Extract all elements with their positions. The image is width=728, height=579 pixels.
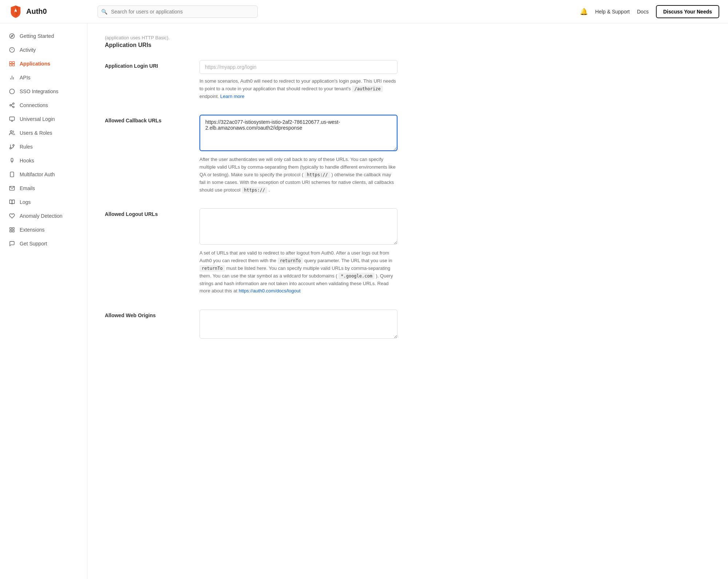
sidebar-label-logs: Logs (20, 199, 31, 205)
sidebar-item-get-support[interactable]: Get Support (0, 237, 87, 251)
svg-rect-33 (12, 230, 14, 232)
svg-rect-6 (9, 62, 11, 63)
page-layout: Getting Started Activity Applications AP… (0, 23, 728, 366)
sidebar-label-rules: Rules (20, 144, 33, 150)
sidebar-label-sso: SSO Integrations (20, 88, 59, 94)
help-logout-urls: A set of URLs that are valid to redirect… (199, 249, 397, 295)
svg-point-16 (13, 106, 14, 108)
svg-rect-9 (12, 64, 14, 66)
label-allowed-logout-urls: Allowed Logout URLs (105, 211, 158, 217)
auth0-logo-icon (9, 5, 23, 19)
svg-point-22 (10, 131, 12, 133)
sidebar-item-hooks[interactable]: Hooks (0, 154, 87, 168)
label-allowed-web-origins: Allowed Web Origins (105, 312, 156, 318)
sidebar-item-sso-integrations[interactable]: SSO Integrations (0, 84, 87, 98)
sidebar-label-applications: Applications (20, 61, 50, 67)
sidebar-label-extensions: Extensions (20, 227, 44, 233)
learn-more-link[interactable]: Learn more (220, 94, 244, 99)
logo-text: Auth0 (26, 7, 47, 16)
search-input[interactable] (98, 5, 258, 18)
notification-bell-icon[interactable]: 🔔 (580, 8, 588, 16)
sidebar-item-getting-started[interactable]: Getting Started (0, 29, 87, 43)
sidebar-label-universal-login: Universal Login (20, 116, 55, 122)
svg-line-17 (11, 106, 13, 107)
apis-icon (9, 74, 15, 81)
sidebar-item-multifactor-auth[interactable]: Multifactor Auth (0, 168, 87, 181)
sidebar-label-users-roles: Users & Roles (20, 130, 52, 136)
universal-login-icon (9, 116, 15, 122)
connections-icon (9, 102, 15, 109)
sidebar-label-connections: Connections (20, 102, 48, 108)
svg-rect-19 (9, 117, 14, 120)
form-row-callback-urls: Allowed Callback URLs https://322ac077-i… (105, 115, 397, 194)
sidebar-label-multifactor: Multifactor Auth (20, 172, 55, 177)
help-support-link[interactable]: Help & Support (595, 9, 630, 15)
svg-rect-30 (10, 228, 12, 229)
sidebar: Getting Started Activity Applications AP… (0, 23, 87, 366)
svg-point-1 (9, 34, 14, 38)
section-heading: Application URIs (105, 42, 397, 48)
allowed-web-origins-input[interactable] (199, 310, 397, 339)
svg-rect-8 (9, 64, 11, 66)
sidebar-item-emails[interactable]: Emails (0, 181, 87, 195)
sidebar-label-get-support: Get Support (20, 241, 47, 247)
form-row-login-uri: Application Login URI In some scenarios,… (105, 60, 397, 100)
sso-icon (9, 88, 15, 95)
sidebar-label-hooks: Hooks (20, 158, 34, 164)
anomaly-icon (9, 213, 15, 219)
sidebar-item-activity[interactable]: Activity (0, 43, 87, 57)
svg-point-14 (13, 103, 14, 104)
sidebar-label-emails: Emails (20, 185, 35, 191)
sidebar-label-activity: Activity (20, 47, 36, 53)
label-application-login-uri: Application Login URI (105, 63, 158, 69)
header: Auth0 🔍 🔔 Help & Support Docs Discuss Yo… (0, 0, 728, 23)
search-bar: 🔍 (98, 5, 258, 18)
sidebar-item-extensions[interactable]: Extensions (0, 223, 87, 237)
form-row-web-origins: Allowed Web Origins (105, 310, 397, 340)
sidebar-item-anomaly-detection[interactable]: Anomaly Detection (0, 209, 87, 223)
extensions-icon (9, 227, 15, 233)
main-content: (application uses HTTP Basic). Applicati… (87, 23, 415, 366)
sidebar-item-users-roles[interactable]: Users & Roles (0, 126, 87, 140)
sidebar-item-universal-login[interactable]: Universal Login (0, 112, 87, 126)
users-icon (9, 130, 15, 136)
discuss-needs-button[interactable]: Discuss Your Needs (656, 5, 719, 18)
svg-marker-2 (11, 35, 13, 37)
help-callback-urls: After the user authenticates we will onl… (199, 156, 397, 194)
allowed-callback-urls-input[interactable]: https://322ac077-istiosystem-istio-2af2-… (199, 115, 397, 151)
sidebar-label-anomaly: Anomaly Detection (20, 213, 63, 219)
docs-link[interactable]: Docs (637, 9, 649, 15)
sidebar-item-apis[interactable]: APIs (0, 71, 87, 84)
label-allowed-callback-urls: Allowed Callback URLs (105, 118, 162, 123)
allowed-logout-urls-input[interactable] (199, 208, 397, 245)
multifactor-icon (9, 171, 15, 178)
header-right: 🔔 Help & Support Docs Discuss Your Needs (580, 5, 719, 18)
sidebar-item-applications[interactable]: Applications (0, 57, 87, 71)
logout-docs-link[interactable]: https://auth0.com/docs/logout (239, 288, 301, 294)
svg-rect-32 (10, 230, 12, 232)
applications-icon (9, 60, 15, 67)
sidebar-label-getting-started: Getting Started (20, 33, 54, 39)
sidebar-item-logs[interactable]: Logs (0, 195, 87, 209)
sidebar-item-rules[interactable]: Rules (0, 140, 87, 154)
form-row-logout-urls: Allowed Logout URLs A set of URLs that a… (105, 208, 397, 295)
svg-point-25 (10, 147, 11, 149)
logs-icon (9, 199, 15, 205)
hooks-icon (9, 157, 15, 164)
svg-rect-31 (12, 228, 14, 229)
activity-icon (9, 47, 15, 53)
svg-rect-7 (12, 62, 14, 63)
sidebar-item-connections[interactable]: Connections (0, 98, 87, 112)
application-login-uri-input[interactable] (199, 60, 397, 74)
svg-line-18 (11, 104, 13, 105)
logo-area: Auth0 (9, 5, 89, 19)
svg-point-15 (10, 105, 11, 106)
search-icon: 🔍 (101, 9, 107, 15)
rules-icon (9, 143, 15, 150)
sidebar-label-apis: APIs (20, 75, 31, 80)
emails-icon (9, 185, 15, 192)
top-note: (application uses HTTP Basic). (105, 35, 397, 40)
svg-point-24 (13, 145, 14, 146)
compass-icon (9, 33, 15, 39)
help-login-uri: In some scenarios, Auth0 will need to re… (199, 78, 397, 100)
